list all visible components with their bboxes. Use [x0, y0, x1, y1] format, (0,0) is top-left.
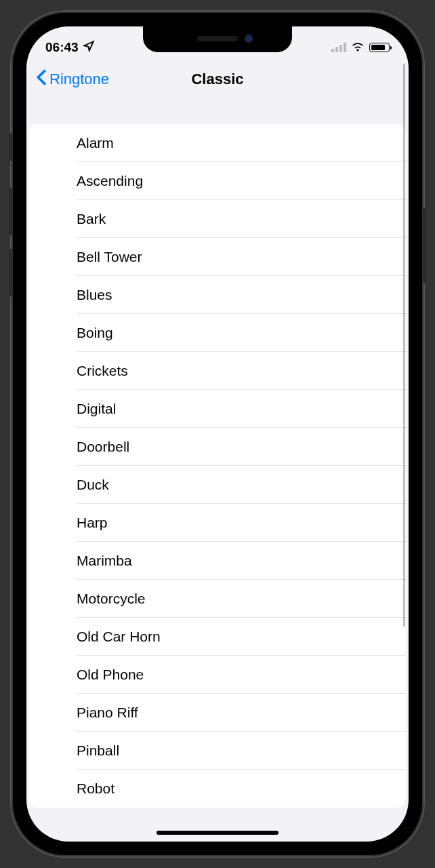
cellular-signal-icon — [331, 43, 346, 52]
list-item[interactable]: Crickets — [29, 352, 406, 390]
ringtone-label: Crickets — [77, 363, 128, 379]
ringtone-label: Robot — [77, 781, 115, 797]
list-item[interactable]: Duck — [29, 466, 406, 504]
ringtone-label: Doorbell — [77, 439, 129, 455]
content-area: Alarm Ascending Bark Bell Tower Blues Bo… — [26, 98, 409, 808]
screen: 06:43 — [26, 26, 409, 842]
list-item[interactable]: Piano Riff — [29, 694, 406, 732]
scroll-indicator[interactable] — [403, 64, 405, 627]
ringtone-list: Alarm Ascending Bark Bell Tower Blues Bo… — [29, 124, 406, 808]
back-label: Ringtone — [49, 71, 109, 88]
list-item[interactable]: Bell Tower — [29, 238, 406, 276]
ringtone-label: Blues — [77, 287, 112, 303]
list-item[interactable]: Boing — [29, 314, 406, 352]
volume-down-button — [9, 249, 12, 296]
list-item[interactable]: Robot — [29, 770, 406, 808]
list-item[interactable]: Bark — [29, 200, 406, 238]
location-icon — [83, 40, 95, 56]
ringtone-label: Marimba — [77, 553, 132, 569]
back-button[interactable]: Ringtone — [36, 69, 109, 90]
list-item[interactable]: Pinball — [29, 732, 406, 770]
device-frame: 06:43 — [12, 12, 423, 856]
ringtone-label: Ascending — [77, 173, 143, 189]
list-item[interactable]: Ascending — [29, 162, 406, 200]
ringtone-label: Bark — [77, 211, 106, 227]
ringtone-label: Piano Riff — [77, 705, 138, 721]
power-button — [423, 208, 426, 283]
ringtone-label: Bell Tower — [77, 249, 142, 265]
ringtone-label: Digital — [77, 401, 116, 417]
ringtone-label: Motorcycle — [77, 591, 146, 607]
wifi-icon — [351, 40, 365, 55]
list-item[interactable]: Alarm — [29, 124, 406, 162]
list-item[interactable]: Digital — [29, 390, 406, 428]
list-item[interactable]: Doorbell — [29, 428, 406, 466]
ringtone-label: Pinball — [77, 743, 119, 759]
chevron-left-icon — [36, 69, 47, 90]
ringtone-label: Harp — [77, 515, 108, 531]
status-time: 06:43 — [45, 40, 79, 55]
ringtone-label: Duck — [77, 477, 109, 493]
page-title: Classic — [191, 71, 243, 88]
list-item[interactable]: Harp — [29, 504, 406, 542]
list-item[interactable]: Old Car Horn — [29, 618, 406, 656]
list-item[interactable]: Old Phone — [29, 656, 406, 694]
navigation-bar: Ringtone Classic — [26, 60, 409, 98]
notch — [143, 26, 292, 52]
home-indicator[interactable] — [157, 831, 278, 835]
ringtone-label: Boing — [77, 325, 113, 341]
list-item[interactable]: Blues — [29, 276, 406, 314]
list-item[interactable]: Motorcycle — [29, 580, 406, 618]
ringtone-label: Old Phone — [77, 667, 144, 683]
battery-icon — [369, 43, 390, 52]
ringtone-label: Alarm — [77, 135, 114, 151]
ringtone-label: Old Car Horn — [77, 629, 161, 645]
volume-up-button — [9, 188, 12, 235]
list-item[interactable]: Marimba — [29, 542, 406, 580]
mute-switch — [9, 134, 12, 161]
